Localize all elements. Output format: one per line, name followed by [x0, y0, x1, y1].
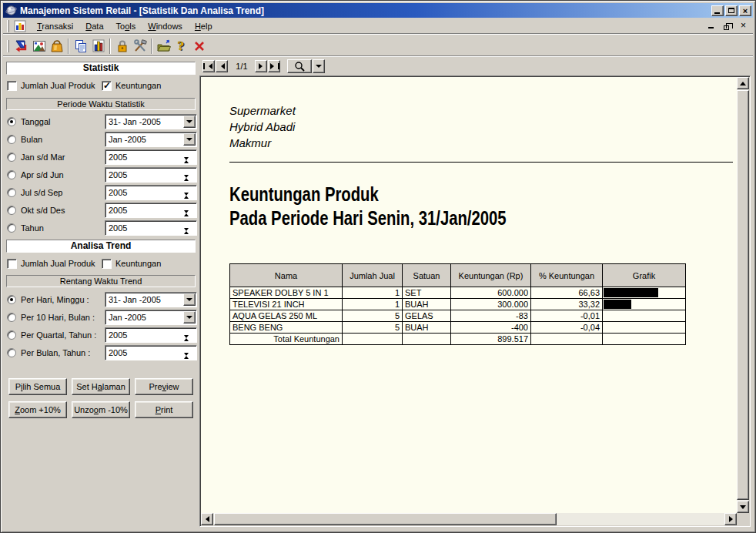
horizontal-scroll-thumb[interactable]	[214, 513, 557, 525]
option-jan-mar: Jan s/d Mar 2005	[7, 149, 195, 165]
checkbox-box[interactable]: ✓	[102, 81, 112, 91]
radio-okt-des[interactable]	[7, 206, 16, 215]
menubar-grip[interactable]	[7, 20, 9, 32]
shopping-bag-button[interactable]	[48, 38, 65, 55]
app-icon	[5, 5, 17, 16]
horizontal-scrollbar[interactable]	[201, 513, 737, 525]
preview-button[interactable]: Preview	[135, 378, 193, 395]
menu-data[interactable]: Data	[79, 19, 109, 33]
settings-button[interactable]	[131, 38, 149, 55]
copy-icon	[73, 39, 89, 54]
window-title: Manajemen Sistem Retail - [Statistik Dan…	[20, 5, 711, 16]
pilih-semua-button[interactable]: Pilih Semua	[8, 378, 67, 395]
radio-per-hari[interactable]	[7, 295, 16, 304]
radio-apr-jun[interactable]	[7, 170, 16, 179]
company-name: Supermarket Hybrid Abadi Makmur	[229, 102, 296, 151]
first-page-button[interactable]	[202, 60, 215, 72]
maximize-button[interactable]	[725, 5, 738, 16]
mdi-child-icon[interactable]	[14, 20, 26, 32]
option-per-hari: Per Hari, Minggu : 31- Jan -2005	[7, 292, 195, 307]
per-quartal-year-spinner[interactable]: 2005	[105, 327, 197, 343]
report-page: Supermarket Hybrid Abadi Makmur Keuntung…	[201, 77, 737, 513]
checkbox-jumlah-jual-produk-trend[interactable]: ✓ Jumlah Jual Produk	[7, 258, 95, 269]
mdi-restore-button[interactable]	[722, 22, 732, 30]
option-okt-des: Okt s/d Des 2005	[7, 203, 195, 218]
zoom-tool-button[interactable]	[287, 59, 312, 73]
radio-jul-sep[interactable]	[7, 188, 16, 197]
checkbox-box[interactable]: ✓	[102, 259, 112, 269]
switch-user-icon	[14, 39, 29, 54]
lock-icon	[115, 39, 130, 54]
mdi-minimize-button[interactable]	[706, 22, 716, 30]
radio-tanggal[interactable]	[7, 117, 16, 126]
close-button[interactable]: ×	[739, 5, 751, 16]
unzoom-button[interactable]: Unzoom -10%	[72, 401, 130, 418]
copy-button[interactable]	[72, 38, 89, 55]
radio-per-bulan[interactable]	[7, 348, 16, 357]
col-header-grafik: Grafik	[603, 264, 686, 287]
radio-per-10-hari[interactable]	[7, 313, 16, 322]
menu-tools[interactable]: Tools	[110, 19, 142, 33]
sidebar: Statistik ✓ Jumlah Jual Produk ✓ Keuntun…	[3, 57, 199, 530]
checkbox-keuntungan-trend[interactable]: ✓ Keuntungan	[102, 258, 161, 269]
open-folder-button[interactable]	[155, 38, 172, 55]
set-halaman-button[interactable]: Set Halaman	[72, 378, 130, 395]
total-label: Total Keuntungan	[230, 334, 343, 345]
delete-button[interactable]	[190, 38, 208, 55]
chevron-down-icon[interactable]	[183, 133, 196, 146]
zoom-dropdown-button[interactable]	[313, 59, 325, 73]
spin-down-icon[interactable]	[184, 356, 196, 365]
folder-open-icon	[156, 39, 172, 54]
option-jul-sep: Jul s/d Sep 2005	[7, 185, 195, 200]
minimize-button[interactable]	[711, 5, 724, 16]
chevron-down-icon[interactable]	[183, 116, 196, 128]
menu-help[interactable]: Help	[189, 19, 219, 33]
radio-tahun[interactable]	[7, 223, 16, 233]
checkbox-box[interactable]: ✓	[7, 259, 17, 269]
scroll-up-button[interactable]	[737, 77, 749, 89]
jan-mar-year-spinner[interactable]: 2005	[105, 149, 197, 165]
print-button[interactable]: Print	[135, 401, 193, 418]
vertical-scrollbar[interactable]	[737, 77, 749, 513]
prev-page-button[interactable]	[216, 60, 228, 72]
chevron-down-icon[interactable]	[183, 293, 196, 306]
help-button[interactable]: ? ?	[172, 38, 190, 55]
scroll-right-button[interactable]	[724, 513, 737, 525]
lock-button[interactable]	[113, 38, 131, 55]
jul-sep-year-spinner[interactable]: 2005	[105, 185, 197, 200]
next-page-button[interactable]	[255, 60, 267, 72]
picture-icon	[32, 39, 47, 54]
statistics-button[interactable]	[89, 38, 107, 55]
last-page-button[interactable]	[268, 60, 280, 72]
menu-windows[interactable]: Windows	[142, 19, 189, 33]
mdi-close-button[interactable]: ×	[738, 22, 748, 30]
apr-jun-year-spinner[interactable]: 2005	[105, 167, 197, 183]
radio-jan-mar[interactable]	[7, 153, 16, 162]
arrow-up-icon	[740, 79, 746, 85]
per-hari-combobox[interactable]: 31- Jan -2005	[105, 292, 197, 307]
tahun-year-spinner[interactable]: 2005	[105, 220, 197, 236]
title-bar: Manajemen Sistem Retail - [Statistik Dan…	[3, 3, 753, 18]
zoom-in-button[interactable]: Zoom +10%	[8, 401, 67, 418]
table-total-row: Total Keuntungan 899.517	[230, 334, 686, 345]
checkbox-box[interactable]: ✓	[7, 81, 17, 91]
okt-des-year-spinner[interactable]: 2005	[105, 203, 197, 218]
checkbox-keuntungan-statistik[interactable]: ✓ Keuntungan	[102, 80, 161, 91]
scroll-down-button[interactable]	[737, 501, 749, 513]
chevron-down-icon[interactable]	[183, 311, 196, 323]
profit-bar	[604, 300, 631, 309]
tanggal-combobox[interactable]: 31- Jan -2005	[105, 114, 197, 129]
picture-button[interactable]	[30, 38, 48, 55]
checkbox-jumlah-jual-produk-statistik[interactable]: ✓ Jumlah Jual Produk	[7, 80, 95, 91]
radio-bulan[interactable]	[7, 135, 16, 144]
bulan-combobox[interactable]: Jan -2005	[105, 132, 197, 147]
per-bulan-year-spinner[interactable]: 2005	[105, 345, 197, 360]
toolbar: ? ?	[3, 35, 753, 57]
switch-user-button[interactable]	[12, 38, 30, 55]
vertical-scroll-thumb[interactable]	[737, 90, 749, 500]
scroll-left-button[interactable]	[201, 513, 213, 525]
per-10-hari-combobox[interactable]: Jan -2005	[105, 310, 197, 325]
menu-transaksi[interactable]: Transaksi	[31, 19, 79, 33]
radio-per-quartal[interactable]	[7, 330, 16, 340]
toolbar-grip[interactable]	[7, 40, 9, 52]
